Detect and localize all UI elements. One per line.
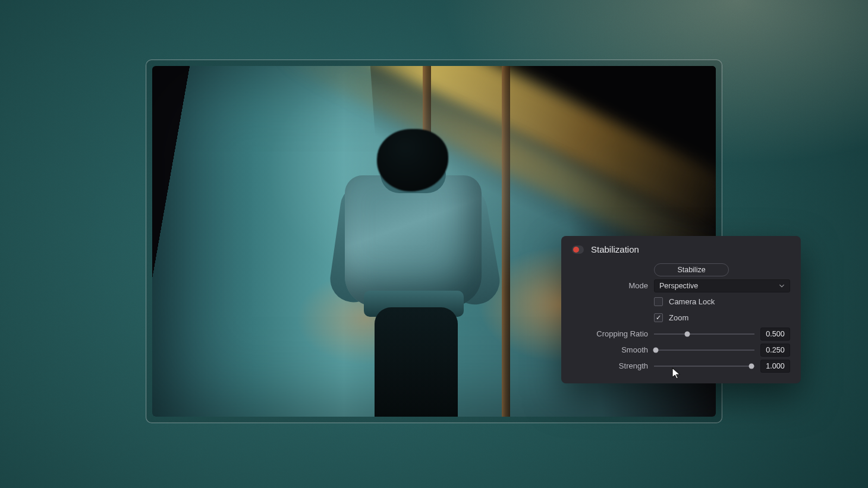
- strength-slider[interactable]: [654, 360, 754, 373]
- stabilization-enable-toggle[interactable]: [572, 245, 584, 254]
- cropping-ratio-slider[interactable]: [654, 328, 754, 341]
- zoom-checkbox[interactable]: [654, 313, 663, 322]
- toggle-dot-icon: [573, 247, 579, 253]
- strength-label: Strength: [572, 361, 648, 370]
- stabilization-panel: Stabilization Stabilize Mode Perspective…: [561, 236, 801, 383]
- camera-lock-checkbox[interactable]: [654, 297, 663, 306]
- cropping-ratio-label: Cropping Ratio: [572, 329, 648, 338]
- panel-title: Stabilization: [591, 244, 639, 254]
- zoom-label: Zoom: [669, 313, 688, 322]
- mode-select[interactable]: Perspective: [654, 279, 790, 292]
- slider-thumb-icon: [749, 363, 754, 369]
- mode-label: Mode: [572, 281, 648, 290]
- slider-thumb-icon: [653, 347, 659, 352]
- smooth-label: Smooth: [572, 345, 648, 354]
- cropping-ratio-value[interactable]: 0.500: [760, 328, 790, 341]
- panel-header: Stabilization: [572, 244, 790, 254]
- slider-thumb-icon: [684, 331, 690, 336]
- smooth-value[interactable]: 0.250: [760, 344, 790, 357]
- cursor-icon: [671, 367, 683, 380]
- video-subject-silhouette: [321, 129, 499, 414]
- chevron-down-icon: [779, 283, 785, 289]
- stabilize-button[interactable]: Stabilize: [654, 263, 729, 276]
- camera-lock-label: Camera Lock: [669, 297, 715, 306]
- mode-value: Perspective: [659, 282, 698, 290]
- smooth-slider[interactable]: [654, 344, 754, 357]
- strength-value[interactable]: 1.000: [760, 360, 790, 373]
